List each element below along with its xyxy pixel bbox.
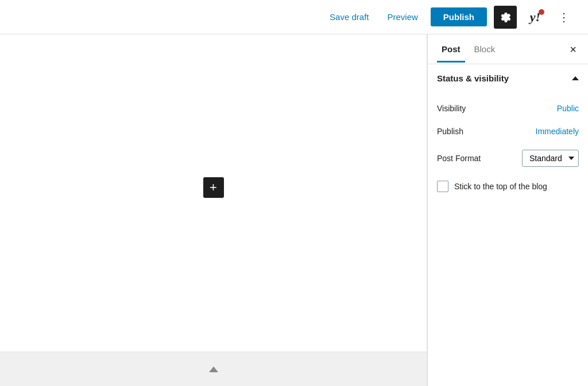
stick-to-top-label: Stick to the top of the blog <box>454 182 547 191</box>
main-layout: + Post Block × Status & visibility <box>0 34 588 386</box>
publish-row: Publish Immediately <box>437 120 579 143</box>
post-format-select[interactable]: Standard Aside Gallery Link Image Quote … <box>522 150 579 167</box>
save-draft-button[interactable]: Save draft <box>324 9 374 25</box>
publish-label: Publish <box>437 127 463 136</box>
sidebar-close-button[interactable]: × <box>567 41 579 57</box>
status-visibility-section: Status & visibility Visibility Public Pu… <box>428 64 588 208</box>
yoast-notification-dot <box>539 9 544 15</box>
post-format-row: Post Format Standard Aside Gallery Link … <box>437 143 579 174</box>
publish-value[interactable]: Immediately <box>536 127 579 136</box>
add-block-button[interactable]: + <box>203 177 224 198</box>
more-options-button[interactable]: ⋮ <box>554 9 574 25</box>
settings-button[interactable] <box>494 6 517 29</box>
status-visibility-body: Visibility Public Publish Immediately Po… <box>428 92 588 208</box>
publish-button[interactable]: Publish <box>431 7 487 26</box>
chevron-up-icon <box>572 76 579 80</box>
sidebar-content: Status & visibility Visibility Public Pu… <box>428 64 588 386</box>
triangle-icon <box>209 366 218 372</box>
tab-post[interactable]: Post <box>437 36 465 62</box>
visibility-row: Visibility Public <box>437 97 579 120</box>
stick-to-top-row: Stick to the top of the blog <box>437 174 579 199</box>
tab-block[interactable]: Block <box>470 36 500 62</box>
preview-button[interactable]: Preview <box>381 9 423 25</box>
editor-area: + <box>0 34 427 386</box>
sidebar-panel: Post Block × Status & visibility Visibil… <box>427 34 588 386</box>
status-visibility-header[interactable]: Status & visibility <box>428 64 588 92</box>
yoast-plugin-icon[interactable]: y! <box>524 6 547 29</box>
post-format-label: Post Format <box>437 154 481 163</box>
editor-footer <box>0 352 427 386</box>
visibility-label: Visibility <box>437 104 466 113</box>
stick-to-top-checkbox[interactable] <box>437 181 448 192</box>
post-format-wrapper: Standard Aside Gallery Link Image Quote … <box>522 150 579 167</box>
gear-icon <box>500 12 510 22</box>
status-visibility-title: Status & visibility <box>437 73 509 83</box>
visibility-value[interactable]: Public <box>557 104 579 113</box>
toolbar: Save draft Preview Publish y! ⋮ <box>0 0 588 34</box>
sidebar-tabs: Post Block × <box>428 34 588 64</box>
